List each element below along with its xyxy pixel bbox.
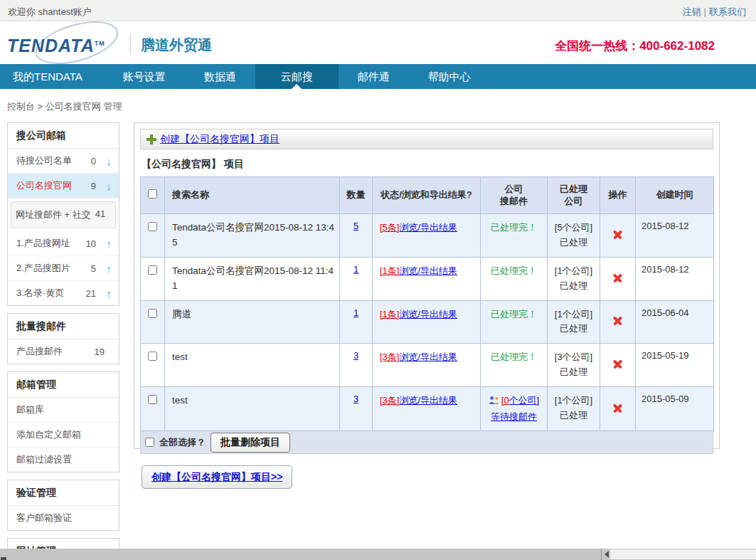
- hotline-text: 全国统一热线：400-662-1082: [555, 38, 715, 54]
- sidebar-item-company-name-search[interactable]: 公司名搜官网 9 ↓: [8, 174, 119, 199]
- header-count: 数量: [340, 177, 373, 214]
- logout-link[interactable]: 注销: [683, 6, 701, 17]
- mail-status: 已处理完！: [491, 309, 537, 319]
- sidebar-item-url-search-email-social[interactable]: 网址搜邮件 + 社交 41: [8, 199, 119, 231]
- delete-icon[interactable]: [612, 403, 623, 413]
- count-link[interactable]: 5: [353, 221, 358, 231]
- item-count: 21: [86, 288, 96, 299]
- view-export-link[interactable]: 浏览/导出结果: [399, 352, 457, 362]
- count-link[interactable]: 1: [353, 264, 358, 275]
- delete-icon[interactable]: [612, 229, 623, 240]
- down-arrow-icon: ↓: [105, 155, 113, 167]
- row-checkbox[interactable]: [148, 309, 157, 318]
- project-name: Tendata公司名搜官网2015-08-12 13:45: [165, 214, 340, 258]
- processed-count: [3个公司]: [555, 352, 592, 362]
- create-project-button-label[interactable]: 创建【公司名搜官网】项目>>: [151, 471, 282, 482]
- processed-count: [1个公司]: [555, 395, 592, 406]
- sidebar-item-directory-yellowpages[interactable]: 3.名录·黄页 21 ↑: [8, 281, 119, 305]
- processed-count: [5个公司]: [555, 222, 592, 233]
- mail-status: 已处理完！: [491, 265, 537, 276]
- sidebar-item-pending-company-list[interactable]: 待搜公司名单 0 ↓: [8, 149, 119, 174]
- sidebar-section-title: 搜公司邮箱: [8, 123, 119, 149]
- row-checkbox[interactable]: [148, 265, 157, 275]
- result-tag-link[interactable]: [5条]: [380, 222, 399, 233]
- logo-text: TENDATA: [7, 36, 95, 56]
- processed-count: [1个公司]: [555, 265, 592, 276]
- sidebar-section-batch-email-search: 批量搜邮件 产品搜邮件 19: [7, 313, 119, 364]
- row-checkbox[interactable]: [148, 222, 157, 231]
- count-link[interactable]: 3: [353, 393, 358, 404]
- nav-item-help-center[interactable]: 帮助中心: [409, 64, 490, 89]
- view-export-link[interactable]: 浏览/导出结果: [399, 309, 457, 319]
- table-header-row: 搜索名称 数量 状态/浏览和导出结果? 公司 搜邮件 已处理 公司 操作 创建时…: [141, 177, 714, 214]
- table-footer: 全部选择？ 批量删除项目: [140, 431, 713, 454]
- select-all-checkbox[interactable]: [145, 438, 154, 447]
- waiting-company-link[interactable]: 个公司]: [509, 395, 540, 406]
- count-link[interactable]: 1: [353, 307, 358, 318]
- header-checkbox[interactable]: [148, 189, 157, 199]
- section-title: 【公司名搜官网】 项目: [142, 158, 713, 171]
- waiting-mail-link[interactable]: 等待搜邮件: [491, 411, 537, 422]
- processed-label: 已处理: [560, 237, 587, 248]
- created-date: 2015-05-09: [636, 386, 714, 431]
- plus-icon: [147, 134, 156, 144]
- delete-icon[interactable]: [612, 359, 623, 369]
- batch-delete-button[interactable]: 批量删除项目: [211, 433, 290, 453]
- sidebar-item-add-custom-mailbox[interactable]: 添加自定义邮箱: [8, 423, 119, 448]
- sidebar-item-customer-email-verification[interactable]: 客户邮箱验证: [8, 506, 119, 530]
- horizontal-scrollbar[interactable]: [0, 549, 756, 560]
- create-project-button[interactable]: 创建【公司名搜官网】项目>>: [142, 465, 292, 489]
- processed-label: 已处理: [560, 323, 587, 334]
- row-checkbox[interactable]: [148, 352, 157, 361]
- delete-icon[interactable]: [612, 273, 623, 283]
- up-arrow-icon: ↑: [105, 287, 113, 300]
- scrollbar-thumb[interactable]: [610, 549, 756, 559]
- scrollbar-corner-mark: [1, 557, 6, 560]
- sidebar-section-search-company-email: 搜公司邮箱 待搜公司名单 0 ↓ 公司名搜官网 9 ↓ 网址搜邮件 + 社交 4…: [7, 122, 119, 306]
- nav-item-data-tong[interactable]: 数据通: [185, 64, 255, 89]
- table-row: test 3 [3条]浏览/导出结果 [0个公司] 等待搜邮件 [1个公司] 已…: [141, 386, 714, 431]
- nav-item-cloud-mail-search[interactable]: 云邮搜: [255, 64, 339, 89]
- item-count: 0: [91, 156, 96, 167]
- select-all-label: 全部选择？: [159, 436, 206, 449]
- mail-status: 已处理完！: [491, 352, 537, 362]
- up-arrow-icon: ↑: [105, 263, 113, 275]
- count-link[interactable]: 3: [353, 350, 358, 361]
- delete-icon[interactable]: [612, 315, 623, 326]
- projects-table: 搜索名称 数量 状态/浏览和导出结果? 公司 搜邮件 已处理 公司 操作 创建时…: [140, 176, 714, 431]
- result-tag-link[interactable]: [1条]: [380, 265, 399, 276]
- sidebar-item-product-search-image[interactable]: 2.产品搜图片 5 ↑: [8, 256, 119, 281]
- sidebar-item-mailbox-library[interactable]: 邮箱库: [8, 398, 119, 423]
- nav-item-my-tendata[interactable]: 我的TENDATA: [0, 64, 104, 89]
- sidebar-section-title: 验证管理: [8, 480, 119, 506]
- down-arrow-icon: ↓: [105, 180, 113, 192]
- table-row: Tendata公司名搜官网2015-08-12 13:45 5 [5条]浏览/导…: [141, 214, 714, 258]
- main-panel: 创建【公司名搜官网】项目 【公司名搜官网】 项目 搜索名称 数量 状态/浏览和导…: [134, 122, 720, 449]
- main-nav: 我的TENDATA 账号设置 数据通 云邮搜 邮件通 帮助中心: [0, 64, 756, 89]
- nav-item-mail-tong[interactable]: 邮件通: [339, 64, 409, 89]
- sidebar-item-product-search-email[interactable]: 产品搜邮件 19: [8, 339, 119, 364]
- table-row: 腾道 1 [1条]浏览/导出结果 已处理完！ [1个公司] 已处理 2015-0…: [141, 300, 714, 344]
- header-search-name: 搜索名称: [165, 177, 340, 214]
- waiting-count-link[interactable]: [0: [501, 395, 509, 406]
- table-row: test 3 [3条]浏览/导出结果 已处理完！ [3个公司] 已处理 2015…: [141, 344, 714, 387]
- sidebar: 搜公司邮箱 待搜公司名单 0 ↓ 公司名搜官网 9 ↓ 网址搜邮件 + 社交 4…: [7, 122, 119, 560]
- sidebar-item-product-search-url[interactable]: 1.产品搜网址 10 ↑: [8, 231, 119, 256]
- processed-label: 已处理: [560, 410, 587, 421]
- view-export-link[interactable]: 浏览/导出结果: [399, 395, 457, 406]
- nav-item-account-settings[interactable]: 账号设置: [104, 64, 185, 89]
- view-export-link[interactable]: 浏览/导出结果: [399, 265, 457, 276]
- contact-us-link[interactable]: 联系我们: [709, 6, 746, 17]
- sidebar-item-mailbox-filter-settings[interactable]: 邮箱过滤设置: [8, 448, 119, 472]
- created-date: 2015-08-12: [636, 214, 714, 258]
- created-date: 2015-06-04: [636, 300, 714, 344]
- create-project-link[interactable]: 创建【公司名搜官网】项目: [160, 133, 279, 146]
- project-name: Tendata公司名搜官网2015-08-12 11:41: [165, 257, 340, 300]
- view-export-link[interactable]: 浏览/导出结果: [399, 222, 457, 233]
- scroll-left-arrow-icon[interactable]: [605, 551, 609, 558]
- processed-count: [1个公司]: [555, 309, 592, 319]
- result-tag-link[interactable]: [3条]: [380, 352, 399, 362]
- row-checkbox[interactable]: [148, 395, 157, 404]
- result-tag-link[interactable]: [3条]: [380, 395, 399, 406]
- result-tag-link[interactable]: [1条]: [380, 309, 399, 319]
